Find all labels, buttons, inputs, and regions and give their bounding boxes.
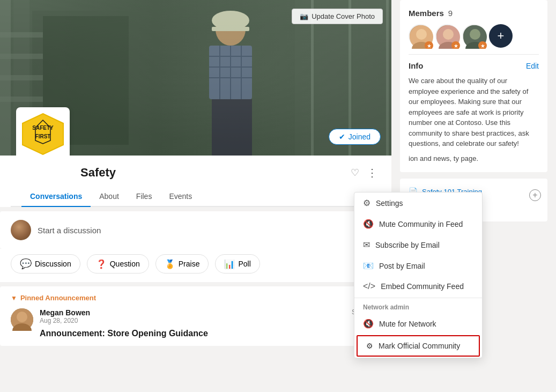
poll-icon: 📊 [224, 259, 235, 269]
svg-point-31 [17, 312, 27, 322]
svg-text:★: ★ [427, 43, 432, 49]
checkmark-icon: ✔ [339, 132, 345, 141]
question-icon: ❓ [96, 259, 107, 269]
tabs-bar: Conversations About Files Events [11, 187, 381, 207]
post-type-buttons: 💬 Discussion ❓ Question 🏅 Praise 📊 Poll [0, 249, 391, 282]
svg-text:FIRST: FIRST [35, 134, 51, 139]
member-avatar-1[interactable]: ★ [409, 24, 432, 48]
joined-button[interactable]: ✔ Joined [329, 129, 381, 145]
praise-icon: 🏅 [165, 259, 175, 269]
members-section: Members 9 ★ [400, 0, 547, 172]
members-header: Members 9 [409, 9, 539, 18]
start-discussion-prompt[interactable]: Start a discussion [38, 226, 101, 235]
community-header: Safety ♡ ⋮ Conversations About Files Eve… [0, 156, 391, 207]
member-avatar-3[interactable]: ★ [462, 24, 486, 48]
post-email-icon: 📧 [363, 261, 374, 271]
members-avatars: ★ ★ [409, 24, 539, 48]
tab-files[interactable]: Files [128, 187, 161, 207]
dropdown-mute-network[interactable]: 🔇 Mute for Network [354, 313, 482, 334]
embed-icon: </> [363, 282, 375, 291]
update-cover-button[interactable]: 📷 Update Cover Photo [292, 9, 383, 24]
dropdown-post-email[interactable]: 📧 Post by Email [354, 255, 482, 276]
mute-icon: 🔇 [363, 219, 374, 229]
member-avatar-2[interactable]: ★ [435, 24, 459, 48]
mute-network-icon: 🔇 [363, 319, 374, 329]
tab-events[interactable]: Events [160, 187, 201, 207]
safety-first-badge: SAFETY FIRST [21, 113, 64, 156]
question-button[interactable]: ❓ Question [87, 254, 149, 273]
dropdown-section-label: Network admin [354, 299, 482, 313]
composer-avatar [11, 220, 31, 240]
post-date: Aug 28, 2020 [40, 317, 345, 324]
svg-text:★: ★ [480, 43, 485, 49]
dropdown-menu: ⚙ Settings 🔇 Mute Community in Feed ✉ Su… [354, 192, 483, 358]
dropdown-divider [354, 298, 482, 298]
like-button[interactable]: ♡ [351, 167, 359, 179]
dropdown-mark-official[interactable]: ⚙ Mark Official Community [357, 335, 480, 357]
gear-icon: ⚙ [363, 198, 370, 208]
members-count: 9 [448, 9, 453, 18]
info-text: We care about the quality of our employe… [409, 76, 539, 149]
info-header: Info Edit [409, 61, 539, 70]
camera-icon: 📷 [300, 12, 308, 20]
svg-point-34 [416, 29, 427, 40]
post-author-name: Megan Bowen [40, 308, 345, 317]
tab-about[interactable]: About [91, 187, 128, 207]
dropdown-mute-community[interactable]: 🔇 Mute Community in Feed [354, 213, 482, 234]
svg-rect-12 [212, 27, 249, 31]
divider [409, 54, 539, 55]
more-options-button[interactable]: ⋮ [364, 165, 381, 180]
svg-point-39 [443, 29, 454, 40]
poll-button[interactable]: 📊 Poll [215, 254, 260, 273]
community-title: Safety [80, 166, 116, 180]
praise-button[interactable]: 🏅 Praise [155, 254, 209, 273]
dropdown-settings[interactable]: ⚙ Settings [354, 193, 482, 213]
svg-point-44 [470, 29, 480, 40]
svg-rect-8 [0, 75, 43, 80]
members-label: Members [409, 9, 444, 18]
svg-rect-24 [386, 0, 389, 156]
post-meta: Megan Bowen Aug 28, 2020 Announcement: S… [40, 308, 345, 338]
chevron-down-icon: ▼ [11, 294, 17, 302]
email-icon: ✉ [363, 240, 370, 250]
discussion-icon: 💬 [20, 258, 32, 270]
discussion-button[interactable]: 💬 Discussion [11, 254, 80, 273]
post-composer: Start a discussion [0, 211, 391, 249]
svg-text:★: ★ [454, 43, 458, 49]
pinned-section: ▼ Pinned Announcement Megan Bowen Aug 28… [0, 286, 391, 346]
svg-rect-9 [0, 97, 43, 102]
community-logo: SAFETY FIRST [16, 107, 70, 156]
tab-conversations[interactable]: Conversations [21, 187, 91, 207]
dropdown-subscribe-email[interactable]: ✉ Subscribe by Email [354, 234, 482, 255]
dropdown-embed-feed[interactable]: </> Embed Community Feed [354, 276, 482, 297]
mark-official-gear-icon: ⚙ [366, 342, 373, 350]
cover-photo: 📷 Update Cover Photo ✔ Joined SAFETY FIR… [0, 0, 391, 156]
pinned-post: Megan Bowen Aug 28, 2020 Announcement: S… [11, 308, 381, 338]
svg-rect-20 [212, 99, 252, 156]
post-author-avatar [11, 308, 33, 331]
add-member-button[interactable]: + [489, 24, 513, 48]
add-links-button[interactable]: + [529, 189, 541, 201]
info-edit-button[interactable]: Edit [526, 62, 539, 70]
svg-rect-6 [0, 32, 43, 38]
more-info-text: ion and news, ty page. [409, 153, 539, 164]
info-label: Info [409, 61, 424, 70]
svg-rect-7 [0, 54, 43, 59]
pinned-label[interactable]: ▼ Pinned Announcement [11, 294, 381, 302]
post-title: Announcement: Store Opening Guidance [40, 329, 345, 338]
